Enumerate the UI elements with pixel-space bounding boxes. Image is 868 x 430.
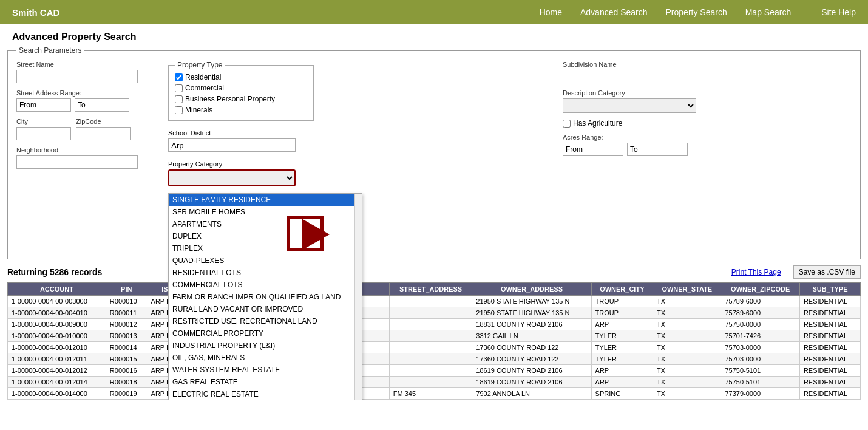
col-sub-type: SUB_TYPE <box>799 283 860 296</box>
has-agriculture-checkbox[interactable] <box>563 120 571 128</box>
minerals-checkbox[interactable] <box>175 106 183 114</box>
subdivision-name-input[interactable] <box>563 70 696 83</box>
site-help-link[interactable]: Site Help <box>821 7 856 17</box>
table-row[interactable]: 1-00000-0004-00-014000R000019ARP ISDDAHN… <box>8 388 861 400</box>
zipcode-input[interactable] <box>76 127 131 140</box>
dropdown-item-9[interactable]: RURAL LAND VACANT OR IMPROVED <box>169 303 354 315</box>
property-type-fieldset: Property Type Residential Commercial Bus… <box>168 61 314 121</box>
acres-from-input[interactable] <box>563 143 623 156</box>
subdivision-name-label: Subdivision Name <box>563 61 696 68</box>
description-category-group: Description Category <box>563 89 696 113</box>
right-column: Subdivision Name Description Category Ha… <box>563 61 696 156</box>
school-district-group: School District <box>168 129 314 152</box>
col-account: ACCOUNT <box>8 283 106 296</box>
table-row[interactable]: 1-00000-0004-00-012012R000016ARP ISDWILL… <box>8 365 861 377</box>
dropdown-scrollbar[interactable] <box>354 194 362 400</box>
advanced-search-link[interactable]: Advanced Search <box>580 7 648 17</box>
dropdown-item-16[interactable]: ELECTRIC REAL ESTATE <box>169 388 354 400</box>
col-owner-zip: OWNER_ZIPCODE <box>721 283 799 296</box>
dropdown-item-7[interactable]: COMMERCIAL LOTS <box>169 279 354 291</box>
residential-checkbox-label[interactable]: Residential <box>175 73 307 81</box>
neighborhood-input[interactable] <box>16 155 138 169</box>
table-row[interactable]: 1-00000-0004-00-012011R000015ARP ISDCRES… <box>8 353 861 365</box>
school-district-input[interactable] <box>168 138 296 152</box>
table-row[interactable]: 1-00000-0004-00-003000R000010ARP ISDSHUT… <box>8 296 861 307</box>
table-row[interactable]: 1-00000-0004-00-012014R000018ARP ISDWILL… <box>8 377 861 388</box>
col-owner-addr: OWNER_ADDRESS <box>472 283 591 296</box>
street-from-input[interactable] <box>16 98 71 112</box>
record-count: Returning 5286 records <box>7 267 102 277</box>
neighborhood-group: Neighborhood <box>16 146 150 169</box>
col-pin: PIN <box>106 283 147 296</box>
table-row[interactable]: 1-00000-0004-00-009000R000012ARP ISDWILL… <box>8 319 861 330</box>
city-group: City <box>16 118 71 140</box>
dropdown-item-11[interactable]: COMMERCIAL PROPERTY <box>169 327 354 340</box>
dropdown-item-15[interactable]: GAS REAL ESTATE <box>169 376 354 388</box>
dropdown-item-14[interactable]: WATER SYSTEM REAL ESTATE <box>169 364 354 376</box>
commercial-checkbox-label[interactable]: Commercial <box>175 84 307 92</box>
zipcode-label: ZipCode <box>76 118 131 125</box>
city-label: City <box>16 118 71 125</box>
has-agriculture-label: Has Agriculture <box>573 119 622 128</box>
dropdown-item-8[interactable]: FARM OR RANCH IMPR ON QUALIFIED AG LAND <box>169 291 354 303</box>
table-row[interactable]: 1-00000-0004-00-012010R000014ARP ISDCRES… <box>8 342 861 353</box>
map-search-link[interactable]: Map Search <box>745 7 791 17</box>
acres-range-group: Acres Range: <box>563 134 696 156</box>
description-category-select[interactable] <box>563 98 696 113</box>
acres-to-input[interactable] <box>627 143 688 156</box>
dropdown-item-13[interactable]: OIL, GAS, MINERALS <box>169 352 354 364</box>
csv-button[interactable]: Save as .CSV file <box>793 265 861 279</box>
minerals-checkbox-label[interactable]: Minerals <box>175 106 307 114</box>
header: Smith CAD Home Advanced Search Property … <box>0 0 868 24</box>
print-link[interactable]: Print This Page <box>731 268 781 276</box>
description-category-label: Description Category <box>563 89 696 97</box>
dropdown-item-10[interactable]: RESTRICTED USE, RECREATIONAL LAND <box>169 315 354 327</box>
has-agriculture-group: Has Agriculture <box>563 119 696 128</box>
city-input[interactable] <box>16 127 71 140</box>
site-title: Smith CAD <box>12 7 540 18</box>
property-search-link[interactable]: Property Search <box>666 7 727 17</box>
dropdown-item-0[interactable]: SINGLE FAMILY RESIDENCE <box>169 194 354 206</box>
school-district-label: School District <box>168 129 314 137</box>
property-category-group: Property Category <box>168 160 314 186</box>
property-category-label: Property Category <box>168 160 314 168</box>
bpp-checkbox[interactable] <box>175 95 183 103</box>
bpp-checkbox-label[interactable]: Business Personal Property <box>175 95 307 103</box>
results-table: ACCOUNT PIN ISD OWNER_NAME STREET_ADDRES… <box>7 282 861 400</box>
acres-range-label: Acres Range: <box>563 134 696 141</box>
col-owner-state: OWNER_STATE <box>653 283 721 296</box>
dropdown-item-6[interactable]: RESIDENTIAL LOTS <box>169 267 354 279</box>
street-address-range-group: Street Addess Range: <box>16 89 150 112</box>
home-link[interactable]: Home <box>540 7 562 17</box>
results-header: Returning 5286 records Print This Page S… <box>7 265 861 279</box>
subdivision-name-group: Subdivision Name <box>563 61 696 83</box>
street-name-group: Street Name <box>16 61 150 83</box>
property-category-select[interactable] <box>169 171 294 185</box>
col-owner-city: OWNER_CITY <box>591 283 653 296</box>
street-name-label: Street Name <box>16 61 150 68</box>
property-type-legend: Property Type <box>175 61 225 69</box>
commercial-checkbox[interactable] <box>175 84 183 92</box>
arrow-indicator <box>302 219 330 250</box>
zipcode-group: ZipCode <box>76 118 131 140</box>
table-row[interactable]: 1-00000-0004-00-004010R000011ARP ISDSHUT… <box>8 307 861 319</box>
residential-checkbox[interactable] <box>175 73 183 81</box>
table-row[interactable]: 1-00000-0004-00-010000R000013ARP ISDSHOW… <box>8 330 861 342</box>
street-to-input[interactable] <box>75 98 129 112</box>
dropdown-item-12[interactable]: INDUSTRIAL PROPERTY (L&I) <box>169 340 354 352</box>
neighborhood-label: Neighborhood <box>16 146 150 154</box>
page-title: Advanced Property Search <box>0 24 868 46</box>
street-address-range-label: Street Addess Range: <box>16 89 150 97</box>
search-params-legend: Search Parameters <box>16 46 84 55</box>
street-name-input[interactable] <box>16 70 138 83</box>
results-area: Returning 5286 records Print This Page S… <box>0 265 868 400</box>
property-category-select-wrapper <box>168 169 296 186</box>
search-params-fieldset: Search Parameters Street Name Street Add… <box>7 46 861 259</box>
dropdown-item-5[interactable]: QUAD-PLEXES <box>169 254 354 267</box>
col-street: STREET_ADDRESS <box>389 283 472 296</box>
dropdown-item-1[interactable]: SFR MOBILE HOMES <box>169 206 354 218</box>
main-nav: Home Advanced Search Property Search Map… <box>540 7 856 17</box>
